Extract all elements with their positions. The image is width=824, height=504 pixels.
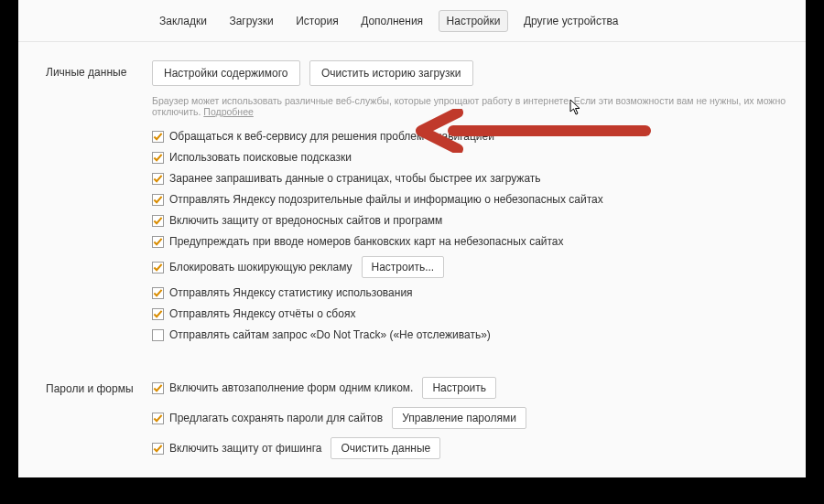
checkbox[interactable] bbox=[152, 194, 164, 206]
tab-addons[interactable]: Дополнения bbox=[353, 11, 430, 31]
tab-downloads[interactable]: Загрузки bbox=[222, 11, 280, 31]
passwords-action-button[interactable]: Очистить данные bbox=[331, 437, 440, 459]
tab-settings[interactable]: Настройки bbox=[439, 10, 509, 32]
option-label: Включить защиту от вредоносных сайтов и … bbox=[169, 214, 442, 227]
configure-button[interactable]: Настроить... bbox=[362, 256, 445, 278]
tab-other-devices[interactable]: Другие устройства bbox=[516, 11, 626, 31]
checkbox[interactable] bbox=[152, 308, 164, 320]
option-label: Использовать поисковые подсказки bbox=[169, 151, 352, 164]
clear-download-history-button[interactable]: Очистить историю загрузки bbox=[309, 60, 473, 86]
content-settings-button[interactable]: Настройки содержимого bbox=[152, 60, 300, 86]
passwords-option-row: Включить защиту от фишингаОчистить данны… bbox=[152, 437, 806, 459]
personal-hint: Браузер может использовать различные веб… bbox=[152, 95, 806, 117]
personal-option-row: Отправлять Яндексу отчёты о сбоях bbox=[152, 307, 806, 320]
checkbox[interactable] bbox=[152, 262, 164, 273]
personal-option-row: Отправлять Яндексу статистику использова… bbox=[152, 286, 806, 299]
option-label: Отправлять Яндексу подозрительные файлы … bbox=[169, 193, 603, 206]
checkbox[interactable] bbox=[152, 329, 164, 341]
tabs-row: Закладки Загрузки История Дополнения Нас… bbox=[18, 0, 806, 42]
option-label: Заранее запрашивать данные о страницах, … bbox=[169, 172, 541, 185]
passwords-option-row: Предлагать сохранять пароли для сайтовУп… bbox=[152, 407, 806, 429]
personal-option-row: Использовать поисковые подсказки bbox=[152, 151, 806, 164]
passwords-action-button[interactable]: Управление паролями bbox=[392, 407, 526, 429]
checkbox[interactable] bbox=[152, 236, 164, 248]
option-label: Обращаться к веб-сервису для решения про… bbox=[169, 130, 494, 143]
personal-option-row: Включить защиту от вредоносных сайтов и … bbox=[152, 214, 806, 227]
passwords-option-row: Включить автозаполнение форм одним клико… bbox=[152, 377, 806, 399]
tab-bookmarks[interactable]: Закладки bbox=[152, 11, 214, 31]
tab-history[interactable]: История bbox=[288, 11, 346, 31]
section-passwords: Пароли и формы Включить автозаполнение ф… bbox=[18, 377, 806, 467]
option-label: Отправлять Яндексу отчёты о сбоях bbox=[169, 307, 355, 320]
checkbox[interactable] bbox=[152, 173, 164, 185]
personal-option-row: Блокировать шокирующую рекламуНастроить.… bbox=[152, 256, 806, 278]
checkbox[interactable] bbox=[152, 215, 164, 227]
option-label: Отправлять Яндексу статистику использова… bbox=[169, 286, 413, 299]
checkbox[interactable] bbox=[152, 382, 164, 394]
option-label: Предупреждать при вводе номеров банковск… bbox=[169, 235, 564, 248]
personal-option-row: Предупреждать при вводе номеров банковск… bbox=[152, 235, 806, 248]
checkbox[interactable] bbox=[152, 413, 164, 424]
checkbox[interactable] bbox=[152, 443, 164, 455]
content-area: Личные данные Настройки содержимого Очис… bbox=[18, 42, 806, 467]
section-personal-label: Личные данные bbox=[18, 60, 152, 349]
option-label: Предлагать сохранять пароли для сайтов bbox=[169, 412, 383, 424]
checkbox[interactable] bbox=[152, 287, 164, 299]
option-label: Отправлять сайтам запрос «Do Not Track» … bbox=[169, 328, 491, 341]
learn-more-link[interactable]: Подробнее bbox=[203, 106, 253, 117]
option-label: Блокировать шокирующую рекламу bbox=[169, 261, 352, 273]
passwords-action-button[interactable]: Настроить bbox=[422, 377, 496, 399]
section-passwords-label: Пароли и формы bbox=[18, 377, 152, 467]
option-label: Включить автозаполнение форм одним клико… bbox=[169, 381, 413, 394]
section-personal: Личные данные Настройки содержимого Очис… bbox=[18, 60, 806, 349]
checkbox[interactable] bbox=[152, 131, 164, 143]
option-label: Включить защиту от фишинга bbox=[169, 442, 321, 455]
personal-option-row: Отправлять Яндексу подозрительные файлы … bbox=[152, 193, 806, 206]
checkbox[interactable] bbox=[152, 152, 164, 164]
personal-option-row: Заранее запрашивать данные о страницах, … bbox=[152, 172, 806, 185]
personal-option-row: Обращаться к веб-сервису для решения про… bbox=[152, 130, 806, 143]
settings-window: Закладки Загрузки История Дополнения Нас… bbox=[18, 0, 806, 477]
personal-option-row: Отправлять сайтам запрос «Do Not Track» … bbox=[152, 328, 806, 341]
